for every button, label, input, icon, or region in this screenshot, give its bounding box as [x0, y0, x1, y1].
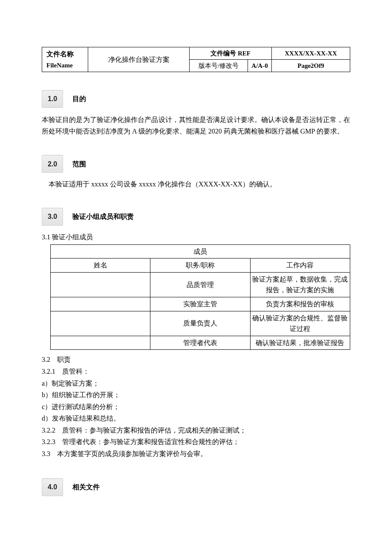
header-doc-title: 净化操作台验证方案 — [88, 47, 190, 72]
duties-3-2-1: 3.2.1 质管科： — [42, 366, 350, 377]
members-table-caption: 成员 — [51, 244, 350, 259]
header-file-label-en: FileName — [46, 62, 73, 69]
section-2-number: 2.0 — [42, 155, 63, 173]
section-1-body: 本验证目的是为了验证净化操作台产品设计，其性能是否满足设计要求。确认本设备是否运… — [42, 114, 350, 137]
section-4-heading: 4.0 相关文件 — [42, 478, 350, 496]
member-name — [51, 272, 150, 297]
duties-item-a: a）制定验证方案； — [42, 378, 350, 389]
header-file-label-zh: 文件名称 — [46, 50, 74, 58]
header-version-value: A/A-0 — [248, 60, 272, 72]
table-row: 质量负责人 确认验证方案的合规性、监督验证过程 — [51, 311, 350, 336]
section-1-title: 目的 — [72, 93, 86, 105]
members-table: 成员 姓名 职务/职称 工作内容 品质管理 验证方案起草，数据收集，完成报告，验… — [50, 244, 350, 350]
duties-item-c: c）进行测试结果的分析； — [42, 401, 350, 413]
members-col-role: 职务/职称 — [150, 259, 250, 273]
section-3-number: 3.0 — [42, 208, 63, 226]
member-work: 负责方案和报告的审核 — [250, 297, 350, 311]
member-work: 确认验证结果，批准验证报告 — [250, 336, 350, 350]
duties-item-b: b）组织验证工作的开展； — [42, 389, 350, 401]
section-4-number: 4.0 — [42, 478, 63, 496]
member-name — [51, 297, 150, 311]
members-col-name: 姓名 — [51, 259, 150, 273]
section-2-body: 本验证适用于 xxxxx 公司设备 xxxxx 净化操作台（XXXX-XX-XX… — [49, 179, 350, 190]
members-col-work: 工作内容 — [250, 259, 350, 273]
duties-3-2-2: 3.2.2 质管科：参与验证方案和报告的评估，完成相关的验证测试； — [42, 425, 350, 436]
member-work: 验证方案起草，数据收集，完成报告，验证方案的实施 — [250, 272, 350, 297]
member-role: 实验室主管 — [150, 297, 250, 311]
section-3-heading: 3.0 验证小组成员和职责 — [42, 208, 350, 226]
section-1-heading: 1.0 目的 — [42, 90, 350, 108]
member-name — [51, 311, 150, 336]
doc-header-table: 文件名称 FileName 净化操作台验证方案 文件编号 REF XXXX/XX… — [42, 47, 350, 72]
member-role: 质量负责人 — [150, 311, 250, 336]
section-2-heading: 2.0 范围 — [42, 155, 350, 173]
members-table-wrap: 成员 姓名 职务/职称 工作内容 品质管理 验证方案起草，数据收集，完成报告，验… — [50, 244, 350, 350]
section-4-title: 相关文件 — [72, 482, 100, 493]
duties-3-2: 3.2 职责 — [42, 354, 350, 365]
header-ref-value: XXXX/XX-XX-XX — [272, 47, 350, 60]
member-role: 管理者代表 — [150, 336, 250, 350]
members-subheading: 3.1 验证小组成员 — [42, 232, 350, 243]
member-role: 品质管理 — [150, 272, 250, 297]
header-page: Page2Of9 — [272, 60, 350, 72]
section-2-title: 范围 — [72, 159, 86, 170]
table-row: 管理者代表 确认验证结果，批准验证报告 — [51, 336, 350, 350]
section-3-title: 验证小组成员和职责 — [72, 211, 134, 222]
section-1-number: 1.0 — [42, 90, 63, 108]
member-work: 确认验证方案的合规性、监督验证过程 — [250, 311, 350, 336]
table-row: 实验室主管 负责方案和报告的审核 — [51, 297, 350, 311]
duties-3-3: 3.3 本方案签字页的成员须参加验证方案评价与会审。 — [42, 448, 350, 459]
header-ref-label: 文件编号 REF — [190, 47, 272, 60]
header-version-label: 版本号/修改号 — [190, 60, 248, 72]
member-name — [51, 336, 150, 350]
header-file-label: 文件名称 FileName — [42, 47, 88, 72]
duties-3-2-3: 3.2.3 管理者代表：参与验证方案和报告适宜性和合规性的评估； — [42, 436, 350, 447]
table-row: 品质管理 验证方案起草，数据收集，完成报告，验证方案的实施 — [51, 272, 350, 297]
duties-item-d: d）发布验证结果和总结。 — [42, 413, 350, 424]
